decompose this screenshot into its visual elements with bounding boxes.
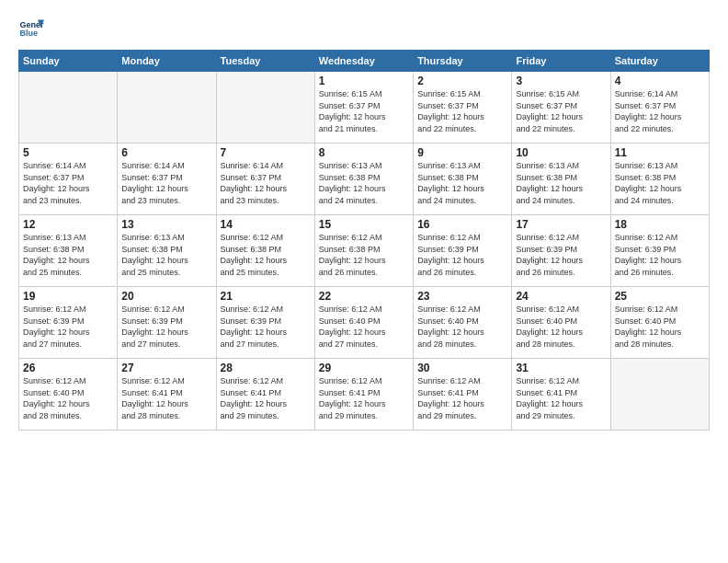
calendar-cell: 11Sunrise: 6:13 AM Sunset: 6:38 PM Dayli… [610,144,709,215]
day-number: 27 [121,362,211,374]
calendar-cell: 8Sunrise: 6:13 AM Sunset: 6:38 PM Daylig… [314,144,413,215]
day-number: 12 [23,218,113,231]
day-number: 22 [319,290,409,303]
cell-info: Sunrise: 6:12 AM Sunset: 6:39 PM Dayligh… [121,304,211,350]
cell-info: Sunrise: 6:14 AM Sunset: 6:37 PM Dayligh… [615,88,705,134]
day-number: 10 [516,146,606,159]
day-header-saturday: Saturday [610,51,709,72]
day-number: 28 [221,362,311,374]
cell-info: Sunrise: 6:13 AM Sunset: 6:38 PM Dayligh… [516,160,606,206]
calendar-cell: 4Sunrise: 6:14 AM Sunset: 6:37 PM Daylig… [610,72,709,144]
calendar-cell: 22Sunrise: 6:12 AM Sunset: 6:40 PM Dayli… [314,287,413,359]
cell-info: Sunrise: 6:12 AM Sunset: 6:38 PM Dayligh… [221,232,311,278]
day-number: 2 [417,75,507,87]
day-number: 6 [121,146,211,159]
day-number: 9 [417,146,507,159]
week-row-4: 19Sunrise: 6:12 AM Sunset: 6:39 PM Dayli… [19,287,710,359]
cell-info: Sunrise: 6:12 AM Sunset: 6:39 PM Dayligh… [221,304,311,350]
calendar-cell: 25Sunrise: 6:12 AM Sunset: 6:40 PM Dayli… [610,287,709,359]
day-number: 20 [121,290,211,303]
cell-info: Sunrise: 6:12 AM Sunset: 6:40 PM Dayligh… [319,304,409,350]
cell-info: Sunrise: 6:12 AM Sunset: 6:41 PM Dayligh… [319,375,409,421]
calendar-cell: 30Sunrise: 6:12 AM Sunset: 6:41 PM Dayli… [414,359,512,431]
day-header-sunday: Sunday [19,51,118,72]
calendar-cell: 23Sunrise: 6:12 AM Sunset: 6:40 PM Dayli… [414,287,512,359]
logo: General Blue [18,15,48,40]
cell-info: Sunrise: 6:12 AM Sunset: 6:40 PM Dayligh… [417,304,507,350]
page-header: General Blue [18,15,710,40]
calendar-cell: 31Sunrise: 6:12 AM Sunset: 6:41 PM Dayli… [512,359,610,431]
calendar-cell: 15Sunrise: 6:12 AM Sunset: 6:38 PM Dayli… [314,215,413,287]
day-number: 25 [615,290,705,303]
cell-info: Sunrise: 6:14 AM Sunset: 6:37 PM Dayligh… [121,160,211,206]
calendar-cell [19,72,118,144]
cell-info: Sunrise: 6:12 AM Sunset: 6:41 PM Dayligh… [121,375,211,421]
calendar-cell: 20Sunrise: 6:12 AM Sunset: 6:39 PM Dayli… [118,287,216,359]
day-number: 16 [417,218,507,231]
calendar-cell: 7Sunrise: 6:14 AM Sunset: 6:37 PM Daylig… [216,144,314,215]
week-row-2: 5Sunrise: 6:14 AM Sunset: 6:37 PM Daylig… [19,144,710,215]
calendar-cell: 28Sunrise: 6:12 AM Sunset: 6:41 PM Dayli… [216,359,314,431]
calendar-cell: 2Sunrise: 6:15 AM Sunset: 6:37 PM Daylig… [414,72,512,144]
cell-info: Sunrise: 6:15 AM Sunset: 6:37 PM Dayligh… [417,88,507,134]
day-header-friday: Friday [512,51,610,72]
cell-info: Sunrise: 6:13 AM Sunset: 6:38 PM Dayligh… [23,232,113,278]
calendar-cell: 9Sunrise: 6:13 AM Sunset: 6:38 PM Daylig… [414,144,512,215]
day-number: 5 [23,146,113,159]
week-row-3: 12Sunrise: 6:13 AM Sunset: 6:38 PM Dayli… [19,215,710,287]
cell-info: Sunrise: 6:12 AM Sunset: 6:41 PM Dayligh… [516,375,606,421]
calendar-cell: 19Sunrise: 6:12 AM Sunset: 6:39 PM Dayli… [19,287,118,359]
calendar-cell: 1Sunrise: 6:15 AM Sunset: 6:37 PM Daylig… [314,72,413,144]
day-number: 29 [319,362,409,374]
day-number: 17 [516,218,606,231]
cell-info: Sunrise: 6:12 AM Sunset: 6:39 PM Dayligh… [615,232,705,278]
day-number: 19 [23,290,113,303]
cell-info: Sunrise: 6:12 AM Sunset: 6:40 PM Dayligh… [516,304,606,350]
calendar-cell: 14Sunrise: 6:12 AM Sunset: 6:38 PM Dayli… [216,215,314,287]
calendar-cell [118,72,216,144]
cell-info: Sunrise: 6:12 AM Sunset: 6:41 PM Dayligh… [417,375,507,421]
day-number: 8 [319,146,409,159]
calendar-cell: 16Sunrise: 6:12 AM Sunset: 6:39 PM Dayli… [414,215,512,287]
day-number: 30 [417,362,507,374]
day-number: 18 [615,218,705,231]
day-header-thursday: Thursday [414,51,512,72]
day-header-tuesday: Tuesday [216,51,314,72]
day-number: 1 [319,75,409,87]
calendar-cell: 24Sunrise: 6:12 AM Sunset: 6:40 PM Dayli… [512,287,610,359]
calendar-cell: 21Sunrise: 6:12 AM Sunset: 6:39 PM Dayli… [216,287,314,359]
cell-info: Sunrise: 6:13 AM Sunset: 6:38 PM Dayligh… [121,232,211,278]
day-number: 21 [221,290,311,303]
cell-info: Sunrise: 6:12 AM Sunset: 6:39 PM Dayligh… [417,232,507,278]
day-number: 31 [516,362,606,374]
cell-info: Sunrise: 6:13 AM Sunset: 6:38 PM Dayligh… [417,160,507,206]
logo-icon: General Blue [18,15,44,40]
calendar-cell: 17Sunrise: 6:12 AM Sunset: 6:39 PM Dayli… [512,215,610,287]
day-number: 15 [319,218,409,231]
calendar-cell: 12Sunrise: 6:13 AM Sunset: 6:38 PM Dayli… [19,215,118,287]
week-row-1: 1Sunrise: 6:15 AM Sunset: 6:37 PM Daylig… [19,72,710,144]
day-number: 26 [23,362,113,374]
calendar-table: SundayMondayTuesdayWednesdayThursdayFrid… [18,50,710,431]
cell-info: Sunrise: 6:14 AM Sunset: 6:37 PM Dayligh… [221,160,311,206]
cell-info: Sunrise: 6:15 AM Sunset: 6:37 PM Dayligh… [516,88,606,134]
day-number: 4 [615,75,705,87]
cell-info: Sunrise: 6:12 AM Sunset: 6:39 PM Dayligh… [516,232,606,278]
cell-info: Sunrise: 6:14 AM Sunset: 6:37 PM Dayligh… [23,160,113,206]
calendar-cell: 13Sunrise: 6:13 AM Sunset: 6:38 PM Dayli… [118,215,216,287]
calendar-cell: 3Sunrise: 6:15 AM Sunset: 6:37 PM Daylig… [512,72,610,144]
cell-info: Sunrise: 6:13 AM Sunset: 6:38 PM Dayligh… [615,160,705,206]
cell-info: Sunrise: 6:13 AM Sunset: 6:38 PM Dayligh… [319,160,409,206]
cell-info: Sunrise: 6:12 AM Sunset: 6:41 PM Dayligh… [221,375,311,421]
day-number: 11 [615,146,705,159]
day-number: 3 [516,75,606,87]
calendar-cell: 6Sunrise: 6:14 AM Sunset: 6:37 PM Daylig… [118,144,216,215]
cell-info: Sunrise: 6:12 AM Sunset: 6:40 PM Dayligh… [615,304,705,350]
calendar-cell: 26Sunrise: 6:12 AM Sunset: 6:40 PM Dayli… [19,359,118,431]
day-number: 7 [221,146,311,159]
cell-info: Sunrise: 6:15 AM Sunset: 6:37 PM Dayligh… [319,88,409,134]
calendar-cell: 18Sunrise: 6:12 AM Sunset: 6:39 PM Dayli… [610,215,709,287]
week-row-5: 26Sunrise: 6:12 AM Sunset: 6:40 PM Dayli… [19,359,710,431]
day-header-monday: Monday [118,51,216,72]
calendar-cell [216,72,314,144]
